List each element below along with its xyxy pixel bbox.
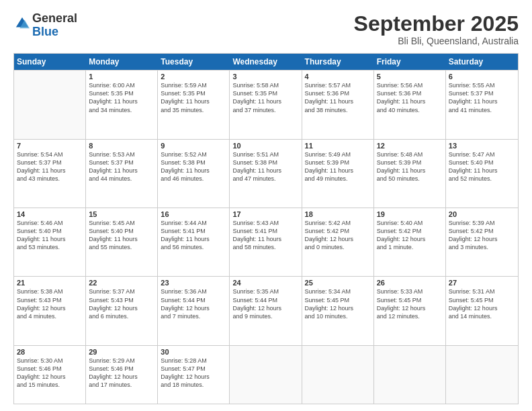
day-number: 3 xyxy=(232,73,298,81)
cal-cell-2-1: 7Sunrise: 5:54 AM Sunset: 5:37 PM Daylig… xyxy=(14,140,86,208)
cal-cell-1-7: 6Sunrise: 5:55 AM Sunset: 5:37 PM Daylig… xyxy=(446,71,518,138)
cal-cell-4-5: 25Sunrise: 5:34 AM Sunset: 5:45 PM Dayli… xyxy=(302,277,374,345)
cal-cell-1-3: 2Sunrise: 5:59 AM Sunset: 5:35 PM Daylig… xyxy=(158,71,230,138)
cal-cell-3-6: 19Sunrise: 5:40 AM Sunset: 5:42 PM Dayli… xyxy=(374,208,446,276)
cal-cell-3-1: 14Sunrise: 5:46 AM Sunset: 5:40 PM Dayli… xyxy=(14,208,86,276)
day-number: 11 xyxy=(305,142,371,150)
calendar-header: SundayMondayTuesdayWednesdayThursdayFrid… xyxy=(14,54,518,70)
logo-text: General Blue xyxy=(32,12,77,39)
day-number: 2 xyxy=(161,73,226,81)
day-number: 26 xyxy=(377,279,443,287)
cal-cell-2-3: 9Sunrise: 5:52 AM Sunset: 5:38 PM Daylig… xyxy=(158,140,230,208)
header-day-thursday: Thursday xyxy=(302,54,374,70)
cell-content: Sunrise: 5:46 AM Sunset: 5:40 PM Dayligh… xyxy=(17,219,83,252)
cal-cell-5-1: 28Sunrise: 5:30 AM Sunset: 5:46 PM Dayli… xyxy=(14,346,86,404)
cal-cell-2-6: 12Sunrise: 5:48 AM Sunset: 5:39 PM Dayli… xyxy=(374,140,446,208)
calendar-body: 1Sunrise: 6:00 AM Sunset: 5:35 PM Daylig… xyxy=(14,70,518,404)
cell-content: Sunrise: 5:31 AM Sunset: 5:45 PM Dayligh… xyxy=(449,287,515,320)
cal-cell-2-7: 13Sunrise: 5:47 AM Sunset: 5:40 PM Dayli… xyxy=(446,140,518,208)
cell-content: Sunrise: 5:37 AM Sunset: 5:43 PM Dayligh… xyxy=(89,287,154,320)
day-number: 1 xyxy=(89,73,154,81)
day-number: 28 xyxy=(17,348,83,356)
cell-content: Sunrise: 5:49 AM Sunset: 5:39 PM Dayligh… xyxy=(305,150,371,183)
cell-content: Sunrise: 5:58 AM Sunset: 5:35 PM Dayligh… xyxy=(232,81,298,114)
cal-cell-3-4: 17Sunrise: 5:43 AM Sunset: 5:41 PM Dayli… xyxy=(230,208,302,276)
header-day-monday: Monday xyxy=(86,54,158,70)
logo: General Blue xyxy=(13,12,77,39)
cal-cell-4-1: 21Sunrise: 5:38 AM Sunset: 5:43 PM Dayli… xyxy=(14,277,86,345)
cell-content: Sunrise: 5:57 AM Sunset: 5:36 PM Dayligh… xyxy=(305,81,371,114)
cell-content: Sunrise: 5:34 AM Sunset: 5:45 PM Dayligh… xyxy=(305,287,371,320)
cal-cell-5-3: 30Sunrise: 5:28 AM Sunset: 5:47 PM Dayli… xyxy=(158,346,230,404)
location: Bli Bli, Queensland, Australia xyxy=(354,36,519,46)
cell-content: Sunrise: 5:51 AM Sunset: 5:38 PM Dayligh… xyxy=(232,150,298,183)
calendar: SundayMondayTuesdayWednesdayThursdayFrid… xyxy=(13,53,519,404)
cal-cell-1-4: 3Sunrise: 5:58 AM Sunset: 5:35 PM Daylig… xyxy=(230,71,302,138)
cal-cell-3-3: 16Sunrise: 5:44 AM Sunset: 5:41 PM Dayli… xyxy=(158,208,230,276)
cell-content: Sunrise: 5:56 AM Sunset: 5:36 PM Dayligh… xyxy=(377,81,443,114)
week-row-5: 28Sunrise: 5:30 AM Sunset: 5:46 PM Dayli… xyxy=(14,345,518,404)
day-number: 8 xyxy=(89,142,154,150)
week-row-3: 14Sunrise: 5:46 AM Sunset: 5:40 PM Dayli… xyxy=(14,208,518,276)
cal-cell-2-2: 8Sunrise: 5:53 AM Sunset: 5:37 PM Daylig… xyxy=(86,140,158,208)
cell-content: Sunrise: 5:38 AM Sunset: 5:43 PM Dayligh… xyxy=(17,287,83,320)
cell-content: Sunrise: 5:43 AM Sunset: 5:41 PM Dayligh… xyxy=(232,219,298,252)
cell-content: Sunrise: 5:44 AM Sunset: 5:41 PM Dayligh… xyxy=(161,219,226,252)
cal-cell-1-6: 5Sunrise: 5:56 AM Sunset: 5:36 PM Daylig… xyxy=(374,71,446,138)
cell-content: Sunrise: 5:36 AM Sunset: 5:44 PM Dayligh… xyxy=(161,287,226,320)
cell-content: Sunrise: 5:29 AM Sunset: 5:46 PM Dayligh… xyxy=(89,357,154,390)
header-day-saturday: Saturday xyxy=(446,54,518,70)
logo-icon xyxy=(15,16,30,31)
cal-cell-3-7: 20Sunrise: 5:39 AM Sunset: 5:42 PM Dayli… xyxy=(446,208,518,276)
day-number: 22 xyxy=(89,279,154,287)
day-number: 7 xyxy=(17,142,83,150)
day-number: 10 xyxy=(232,142,298,150)
cell-content: Sunrise: 5:45 AM Sunset: 5:40 PM Dayligh… xyxy=(89,219,154,252)
cal-cell-1-2: 1Sunrise: 6:00 AM Sunset: 5:35 PM Daylig… xyxy=(86,71,158,138)
day-number: 16 xyxy=(161,210,226,218)
logo-blue: Blue xyxy=(32,25,58,38)
cell-content: Sunrise: 6:00 AM Sunset: 5:35 PM Dayligh… xyxy=(89,81,154,114)
day-number: 23 xyxy=(161,279,226,287)
day-number: 27 xyxy=(449,279,515,287)
day-number: 19 xyxy=(377,210,443,218)
cell-content: Sunrise: 5:42 AM Sunset: 5:42 PM Dayligh… xyxy=(305,219,371,252)
day-number: 15 xyxy=(89,210,154,218)
cell-content: Sunrise: 5:54 AM Sunset: 5:37 PM Dayligh… xyxy=(17,150,83,183)
day-number: 18 xyxy=(305,210,371,218)
day-number: 6 xyxy=(449,73,515,81)
cal-cell-1-1 xyxy=(14,71,86,138)
cal-cell-5-6 xyxy=(374,346,446,404)
header-day-friday: Friday xyxy=(374,54,446,70)
cal-cell-5-5 xyxy=(302,346,374,404)
day-number: 25 xyxy=(305,279,371,287)
cal-cell-5-7 xyxy=(446,346,518,404)
cell-content: Sunrise: 5:28 AM Sunset: 5:47 PM Dayligh… xyxy=(161,357,226,390)
month-title: September 2025 xyxy=(354,12,519,36)
cell-content: Sunrise: 5:39 AM Sunset: 5:42 PM Dayligh… xyxy=(449,219,515,252)
cell-content: Sunrise: 5:59 AM Sunset: 5:35 PM Dayligh… xyxy=(161,81,226,114)
cell-content: Sunrise: 5:55 AM Sunset: 5:37 PM Dayligh… xyxy=(449,81,515,114)
cal-cell-2-4: 10Sunrise: 5:51 AM Sunset: 5:38 PM Dayli… xyxy=(230,140,302,208)
day-number: 30 xyxy=(161,348,226,356)
cell-content: Sunrise: 5:30 AM Sunset: 5:46 PM Dayligh… xyxy=(17,357,83,390)
day-number: 13 xyxy=(449,142,515,150)
cell-content: Sunrise: 5:40 AM Sunset: 5:42 PM Dayligh… xyxy=(377,219,443,252)
cell-content: Sunrise: 5:33 AM Sunset: 5:45 PM Dayligh… xyxy=(377,287,443,320)
header-day-wednesday: Wednesday xyxy=(230,54,302,70)
week-row-1: 1Sunrise: 6:00 AM Sunset: 5:35 PM Daylig… xyxy=(14,70,518,138)
day-number: 9 xyxy=(161,142,226,150)
cal-cell-3-2: 15Sunrise: 5:45 AM Sunset: 5:40 PM Dayli… xyxy=(86,208,158,276)
cal-cell-4-7: 27Sunrise: 5:31 AM Sunset: 5:45 PM Dayli… xyxy=(446,277,518,345)
cal-cell-4-3: 23Sunrise: 5:36 AM Sunset: 5:44 PM Dayli… xyxy=(158,277,230,345)
day-number: 4 xyxy=(305,73,371,81)
header-day-sunday: Sunday xyxy=(14,54,86,70)
day-number: 21 xyxy=(17,279,83,287)
cal-cell-3-5: 18Sunrise: 5:42 AM Sunset: 5:42 PM Dayli… xyxy=(302,208,374,276)
cal-cell-1-5: 4Sunrise: 5:57 AM Sunset: 5:36 PM Daylig… xyxy=(302,71,374,138)
cell-content: Sunrise: 5:48 AM Sunset: 5:39 PM Dayligh… xyxy=(377,150,443,183)
cal-cell-5-2: 29Sunrise: 5:29 AM Sunset: 5:46 PM Dayli… xyxy=(86,346,158,404)
day-number: 5 xyxy=(377,73,443,81)
cal-cell-4-2: 22Sunrise: 5:37 AM Sunset: 5:43 PM Dayli… xyxy=(86,277,158,345)
title-block: September 2025 Bli Bli, Queensland, Aust… xyxy=(354,12,519,46)
